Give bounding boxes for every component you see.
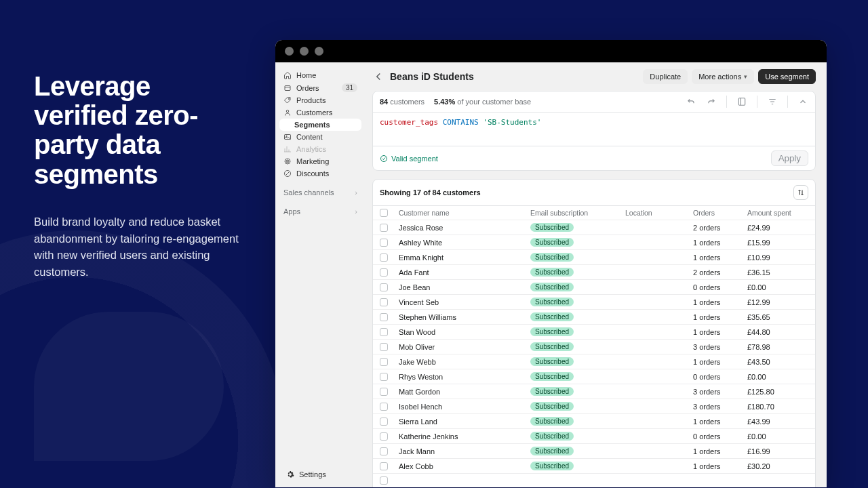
subscribed-badge: Subscribed (530, 432, 574, 441)
table-row[interactable]: Mob OliverSubscribed3 orders£78.98 (373, 340, 815, 354)
row-checkbox[interactable] (380, 462, 388, 470)
sort-button[interactable] (793, 185, 808, 200)
table-row[interactable]: Rhys WestonSubscribed0 orders£0.00 (373, 369, 815, 384)
sidebar-item-orders[interactable]: Orders31 (279, 81, 361, 94)
row-checkbox[interactable] (380, 388, 388, 396)
cell-amount: £10.99 (747, 253, 808, 262)
segment-query-input[interactable]: customer_tags CONTAINS 'SB-Students' (373, 113, 815, 146)
table-row[interactable]: Emma KnightSubscribed1 orders£10.99 (373, 250, 815, 265)
cell-name: Jessica Rose (399, 224, 530, 232)
table-row[interactable]: Jack MannSubscribed1 orders£16.99 (373, 444, 815, 459)
row-checkbox[interactable] (380, 418, 388, 426)
row-checkbox[interactable] (380, 403, 388, 411)
cell-name: Rhys Weston (399, 373, 530, 381)
subscribed-badge: Subscribed (530, 312, 574, 321)
sidebar-item-label: Settings (299, 470, 326, 479)
apply-button[interactable]: Apply (771, 150, 808, 166)
sidebar-item-label: Home (296, 71, 316, 79)
sidebar-item-label: Orders (296, 84, 319, 92)
duplicate-button[interactable]: Duplicate (643, 69, 688, 84)
col-location: Location (625, 209, 693, 217)
row-checkbox[interactable] (380, 447, 388, 455)
sidebar-item-discounts[interactable]: Discounts (279, 167, 361, 180)
subscribed-badge: Subscribed (530, 283, 574, 291)
subscribed-badge: Subscribed (530, 342, 574, 351)
table-row[interactable]: Jessica RoseSubscribed2 orders£24.99 (373, 220, 815, 235)
sidebar-section-sales-channels[interactable]: Sales channels› (279, 186, 361, 199)
sidebar-item-content[interactable]: Content (279, 131, 361, 143)
discount-icon (283, 169, 292, 178)
row-checkbox[interactable] (380, 432, 388, 441)
table-row[interactable]: Matt GordonSubscribed3 orders£125.80 (373, 384, 815, 399)
row-checkbox[interactable] (380, 224, 388, 232)
sidebar-section-apps[interactable]: Apps› (279, 205, 361, 218)
cell-orders: 0 orders (693, 373, 747, 381)
check-circle-icon (380, 155, 388, 163)
row-checkbox[interactable] (380, 358, 388, 366)
cell-amount: £0.00 (747, 432, 808, 441)
table-row[interactable]: Stephen WilliamsSubscribed1 orders£35.65 (373, 310, 815, 325)
chevron-right-icon: › (355, 207, 357, 216)
undo-button[interactable] (686, 96, 696, 107)
use-segment-button[interactable]: Use segment (758, 69, 816, 84)
subscribed-badge: Subscribed (530, 372, 574, 381)
subscribed-badge: Subscribed (530, 462, 574, 470)
table-row[interactable]: Ada FantSubscribed2 orders£36.15 (373, 265, 815, 280)
collapse-button[interactable] (797, 96, 808, 107)
subscribed-badge: Subscribed (530, 447, 574, 455)
row-checkbox[interactable] (380, 476, 388, 485)
sidebar-item-label: Products (296, 96, 326, 104)
subscribed-badge: Subscribed (530, 223, 574, 232)
page-title: Beans iD Students (390, 71, 474, 82)
segment-editor: 84 customers 5.43% of your customer base (372, 91, 816, 171)
row-checkbox[interactable] (380, 343, 388, 351)
cell-orders: 1 orders (693, 358, 747, 366)
maximize-icon[interactable] (315, 47, 323, 56)
cell-amount: £24.99 (747, 224, 808, 232)
cell-orders: 1 orders (693, 298, 747, 306)
sidebar-item-segments[interactable]: Segments (279, 119, 361, 131)
table-row[interactable]: Stan WoodSubscribed1 orders£44.80 (373, 325, 815, 340)
row-checkbox[interactable] (380, 373, 388, 381)
table-row[interactable]: Sierra LandSubscribed1 orders£43.99 (373, 414, 815, 429)
subscribed-badge: Subscribed (530, 253, 574, 262)
sidebar-item-settings[interactable]: Settings (282, 468, 359, 481)
select-all-checkbox[interactable] (380, 209, 388, 217)
svg-point-7 (288, 161, 288, 162)
row-checkbox[interactable] (380, 298, 388, 306)
close-icon[interactable] (285, 47, 294, 56)
row-checkbox[interactable] (380, 268, 388, 277)
table-row[interactable]: Jake WebbSubscribed1 orders£43.50 (373, 354, 815, 369)
sidebar-item-home[interactable]: Home (279, 69, 361, 81)
reference-button[interactable] (736, 96, 747, 107)
chevron-down-icon: ▾ (744, 73, 747, 80)
table-row[interactable]: Isobel HenchSubscribed3 orders£180.70 (373, 399, 815, 414)
row-checkbox[interactable] (380, 239, 388, 247)
cell-orders: 1 orders (693, 418, 747, 426)
filter-button[interactable] (767, 96, 778, 107)
table-row[interactable]: Ashley WhiteSubscribed1 orders£15.99 (373, 235, 815, 250)
redo-button[interactable] (706, 96, 717, 107)
cell-amount: £125.80 (747, 388, 808, 396)
sidebar: HomeOrders31ProductsCustomersSegmentsCon… (275, 62, 366, 487)
cell-amount: £78.98 (747, 343, 808, 351)
cell-orders: 2 orders (693, 268, 747, 277)
row-checkbox[interactable] (380, 253, 388, 262)
subscribed-badge: Subscribed (530, 238, 574, 247)
table-row[interactable]: Alex CobbSubscribed1 orders£30.20 (373, 459, 815, 474)
table-row[interactable]: Katherine JenkinsSubscribed0 orders£0.00 (373, 429, 815, 444)
section-label: Apps (283, 207, 300, 216)
row-checkbox[interactable] (380, 283, 388, 291)
sidebar-item-customers[interactable]: Customers (279, 106, 361, 119)
row-checkbox[interactable] (380, 313, 388, 321)
row-checkbox[interactable] (380, 328, 388, 336)
sidebar-item-products[interactable]: Products (279, 94, 361, 106)
sort-icon (797, 188, 805, 197)
more-actions-button[interactable]: More actions ▾ (692, 69, 754, 84)
minimize-icon[interactable] (300, 47, 309, 56)
back-button[interactable] (372, 70, 384, 83)
sidebar-item-marketing[interactable]: Marketing (279, 155, 361, 167)
table-row[interactable]: Vincent SebSubscribed1 orders£12.99 (373, 295, 815, 310)
chart-icon (283, 145, 292, 153)
table-row[interactable]: Joe BeanSubscribed0 orders£0.00 (373, 280, 815, 295)
